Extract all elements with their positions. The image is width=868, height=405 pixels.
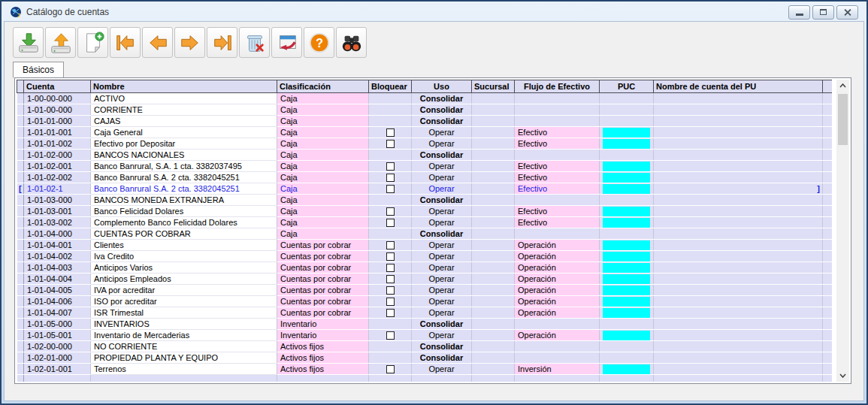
cell-clasificacion[interactable]: Cuentas por cobrar	[277, 240, 369, 251]
cell-pu-nombre[interactable]	[654, 352, 823, 364]
table-row[interactable]: 1-01-01-001Caja GeneralCajaOperarEfectiv…	[17, 127, 832, 138]
cell-pu-nombre[interactable]	[654, 240, 823, 251]
cell-clasificacion[interactable]: Caja	[277, 183, 369, 195]
cell-nombre[interactable]: Banco Banrural, S.A. 1 cta. 3382037495	[91, 161, 277, 172]
maximize-button[interactable]	[812, 5, 834, 20]
cell-uso[interactable]: Consolidar	[412, 93, 472, 104]
cell-cuenta[interactable]: 1-01-00-000	[24, 104, 91, 116]
cell-bloquear[interactable]	[369, 352, 412, 364]
cell-puc[interactable]	[600, 172, 654, 183]
cell-flujo[interactable]: Efectivo	[515, 172, 600, 183]
puc-field[interactable]	[603, 184, 650, 194]
cell-pu-nombre[interactable]	[654, 274, 823, 285]
cell-flujo[interactable]: Efectivo	[515, 183, 600, 195]
table-row[interactable]: 1-01-04-003Anticipos VariosCuentas por c…	[17, 262, 832, 274]
cell-clasificacion[interactable]: Caja	[277, 93, 369, 104]
cell-sucursal[interactable]	[472, 228, 515, 240]
scroll-up-icon[interactable]	[836, 80, 849, 92]
cell-bloquear[interactable]	[369, 364, 412, 375]
table-row[interactable]: 1-01-04-007ISR TrimestalCuentas por cobr…	[17, 307, 832, 319]
table-row[interactable]: 1-01-02-001Banco Banrural, S.A. 1 cta. 3…	[17, 161, 832, 172]
cell-uso[interactable]: Operar	[412, 161, 472, 172]
cell-flujo[interactable]: Operación	[515, 262, 600, 274]
cell-bloquear[interactable]	[369, 274, 412, 285]
cell-uso[interactable]: Operar	[412, 364, 472, 375]
cell-cuenta[interactable]: 1-01-04-007	[24, 307, 91, 319]
bloquear-checkbox[interactable]	[386, 286, 395, 295]
cell-puc[interactable]	[600, 217, 654, 228]
cell-flujo[interactable]: Operación	[515, 307, 600, 319]
vertical-scrollbar[interactable]	[836, 80, 849, 382]
cell-pu-nombre[interactable]	[654, 341, 823, 352]
cell-puc[interactable]	[600, 161, 654, 172]
cell-puc[interactable]	[600, 285, 654, 296]
cell-sucursal[interactable]	[472, 319, 515, 330]
puc-field[interactable]	[603, 162, 650, 171]
puc-field[interactable]	[603, 139, 650, 149]
cell-bloquear[interactable]	[369, 285, 412, 296]
cell-bloquear[interactable]	[369, 319, 412, 330]
cell-puc[interactable]	[600, 93, 654, 104]
puc-field[interactable]	[603, 308, 650, 318]
cell-nombre[interactable]: Anticipos Empleados	[91, 274, 277, 285]
cell-puc[interactable]	[600, 240, 654, 251]
cell-uso[interactable]: Operar	[412, 183, 472, 195]
cell-sucursal[interactable]	[472, 161, 515, 172]
cell-cuenta[interactable]: 1-00-00-000	[24, 93, 91, 104]
cell-uso[interactable]: Operar	[412, 138, 472, 150]
cell-bloquear[interactable]	[369, 330, 412, 341]
cell-puc[interactable]	[600, 341, 654, 352]
cell-sucursal[interactable]	[472, 172, 515, 183]
cell-uso[interactable]: Consolidar	[412, 352, 472, 364]
cell-flujo[interactable]: Operación	[515, 251, 600, 262]
cell-bloquear[interactable]	[369, 161, 412, 172]
cell-puc[interactable]	[600, 116, 654, 127]
cell-bloquear[interactable]	[369, 240, 412, 251]
cell-nombre[interactable]: Caja General	[91, 127, 277, 138]
bloquear-checkbox[interactable]	[386, 207, 395, 216]
cell-bloquear[interactable]	[369, 138, 412, 150]
cell-pu-nombre[interactable]	[654, 217, 823, 228]
cell-clasificacion[interactable]: Cuentas por cobrar	[277, 307, 369, 319]
cell-pu-nombre[interactable]	[654, 319, 823, 330]
cell-flujo[interactable]: Efectivo	[515, 138, 600, 150]
cell-pu-nombre[interactable]	[654, 251, 823, 262]
cell-flujo[interactable]	[515, 228, 600, 240]
tab-basicos[interactable]: Básicos	[13, 62, 64, 78]
cell-clasificacion[interactable]: Caja	[277, 104, 369, 116]
cell-nombre[interactable]: CUENTAS POR COBRAR	[91, 228, 277, 240]
cell-puc[interactable]	[600, 319, 654, 330]
cell-cuenta[interactable]: 1-01-04-003	[24, 262, 91, 274]
bloquear-checkbox[interactable]	[386, 162, 395, 171]
cell-flujo[interactable]	[515, 104, 600, 116]
cell-cuenta[interactable]: 1-01-04-006	[24, 296, 91, 307]
table-row[interactable]: 1-01-00-000CORRIENTECajaConsolidar	[17, 104, 832, 116]
puc-field[interactable]	[603, 128, 650, 138]
cell-flujo[interactable]: Operación	[515, 240, 600, 251]
cell-cuenta[interactable]: 1-01-04-001	[24, 240, 91, 251]
cell-nombre[interactable]: Iva Credito	[91, 251, 277, 262]
cell-nombre[interactable]: IVA por acreditar	[91, 285, 277, 296]
close-button[interactable]	[836, 5, 858, 20]
table-row[interactable]: 1-01-04-005IVA por acreditarCuentas por …	[17, 285, 832, 296]
cell-uso[interactable]: Operar	[412, 217, 472, 228]
cell-nombre[interactable]: Banco Banrural S.A. 2 cta. 3382045251	[91, 172, 277, 183]
cell-puc[interactable]	[600, 251, 654, 262]
cell-clasificacion[interactable]: Cuentas por cobrar	[277, 285, 369, 296]
cell-clasificacion[interactable]: Caja	[277, 138, 369, 150]
cell-sucursal[interactable]	[472, 364, 515, 375]
help-button[interactable]: ?	[304, 27, 334, 58]
table-row[interactable]: 1-01-04-000CUENTAS POR COBRARCajaConsoli…	[17, 228, 832, 240]
cell-uso[interactable]: Consolidar	[412, 341, 472, 352]
cell-uso[interactable]: Operar	[412, 330, 472, 341]
cell-nombre[interactable]: ISR Trimestal	[91, 307, 277, 319]
cell-flujo[interactable]	[515, 93, 600, 104]
table-row[interactable]: 1-02-00-000NO CORRIENTEActivos fijosCons…	[17, 341, 832, 352]
cell-cuenta[interactable]: 1-01-03-000	[24, 195, 91, 206]
cell-sucursal[interactable]	[472, 150, 515, 161]
bloquear-checkbox[interactable]	[386, 309, 395, 317]
cell-puc[interactable]	[600, 183, 654, 195]
cell-uso[interactable]: Operar	[412, 251, 472, 262]
cell-puc[interactable]	[600, 307, 654, 319]
cell-flujo[interactable]: Efectivo	[515, 161, 600, 172]
